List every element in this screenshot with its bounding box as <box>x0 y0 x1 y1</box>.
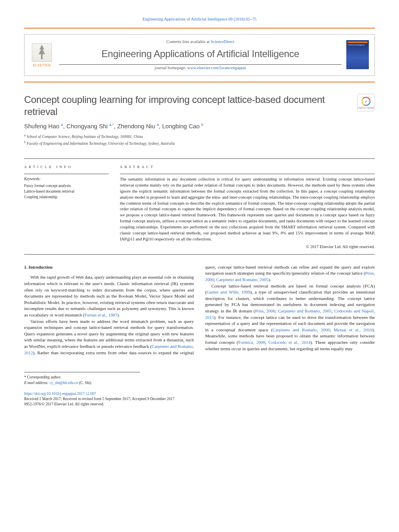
header-citation: Engineering Applications of Artificial I… <box>24 16 375 22</box>
contents-available-line: Contents lists available at ScienceDirec… <box>59 39 341 45</box>
author-3-affil-link[interactable]: a <box>157 123 159 127</box>
keywords-list: Fuzzy formal concept analysis Lattice-ba… <box>24 183 109 200</box>
affiliation-b: b Faculty of Engineering and Information… <box>24 140 375 146</box>
cite-messai-2010[interactable]: Messai et al., 2010 <box>334 327 372 332</box>
section-1-heading: 1. Introduction <box>24 264 194 271</box>
journal-name: Engineering Applications of Artificial I… <box>59 47 341 61</box>
footnotes: * Corresponding author. E-mail address: … <box>24 372 140 386</box>
email-label: E-mail address: <box>24 381 49 385</box>
affiliation-a: a School of Computer Science, Beijing In… <box>24 133 375 140</box>
svg-text:✓: ✓ <box>364 99 368 104</box>
author-4-affil-link[interactable]: b <box>202 123 204 127</box>
abstract-body-divider <box>24 254 375 255</box>
elsevier-logo: ELSEVIER <box>30 42 53 68</box>
received-dates: Received 2 March 2017; Received in revis… <box>24 396 375 402</box>
keywords-label: Keywords: <box>24 174 109 182</box>
author-3: Zhendong Niu a <box>117 123 158 129</box>
cover-text: Artificial Intelligence <box>348 44 368 46</box>
author-4: Longbing Cao b <box>162 123 204 129</box>
divider-bottom-orange <box>24 82 375 82</box>
keyword-3: Coupling relationship <box>24 194 109 200</box>
cite-carpineto-2005b[interactable]: Carpineto and Romano, 2005 <box>278 308 331 313</box>
contents-prefix: Contents lists available at <box>166 39 210 44</box>
homepage-prefix: journal homepage: <box>154 66 187 70</box>
cite-formica-2008[interactable]: Formica, 2008 <box>238 340 265 345</box>
issn-copyright: 0952-1976/© 2017 Elsevier Ltd. All right… <box>24 402 375 407</box>
cite-furnas-1987[interactable]: Furnas et al., 1987 <box>84 312 117 317</box>
contents-banner: ELSEVIER Contents lists available at Sci… <box>24 34 375 76</box>
author-2: Chongyang Shi a,* <box>66 123 114 129</box>
keyword-2: Lattice-based document retrieval <box>24 189 109 194</box>
body-para-3: Concept lattice-based retrieval methods … <box>205 283 375 352</box>
body-two-column: 1. Introduction With the rapid growth of… <box>24 264 375 356</box>
author-1-affil-link[interactable]: a <box>61 123 63 127</box>
corresponding-author-note: * Corresponding author. <box>24 375 140 380</box>
abstract-copyright: © 2017 Elsevier Ltd. All rights reserved… <box>120 244 375 250</box>
author-2-affil-link[interactable]: a,* <box>109 123 114 127</box>
cite-ganter-1999[interactable]: Ganter and Wille, 1999 <box>207 290 251 294</box>
article-info-heading: ARTICLE INFO <box>24 164 109 170</box>
divider-top-orange <box>24 28 375 29</box>
cite-codocedo-2014[interactable]: Codocedo et al., 2014 <box>269 340 311 345</box>
email-line: E-mail address: cy_shi@bit.edu.cn (C. Sh… <box>24 380 140 386</box>
journal-homepage-line: journal homepage: www.elsevier.com/locat… <box>59 65 341 71</box>
affiliations: a School of Computer Science, Beijing In… <box>24 133 375 146</box>
sciencedirect-link[interactable]: ScienceDirect <box>211 39 234 44</box>
author-1: Shufeng Hao a <box>24 123 63 129</box>
abstract-col: ABSTRACT The semantic information in any… <box>120 164 375 250</box>
elsevier-wordmark: ELSEVIER <box>33 63 51 68</box>
keyword-1: Fuzzy formal concept analysis <box>24 183 109 189</box>
abstract-text: The semantic information in any document… <box>120 174 375 242</box>
elsevier-tree-icon <box>32 43 52 62</box>
body-para-1: With the rapid growth of Web data, query… <box>24 274 194 318</box>
article-title: Concept coupling learning for improving … <box>24 94 349 118</box>
check-updates-label: Check for updates <box>358 107 374 109</box>
doi-link[interactable]: https://doi.org/10.1016/j.engappai.2017.… <box>24 392 96 396</box>
cite-carpineto-2000[interactable]: Carpineto and Romano, 2000 <box>273 327 330 332</box>
check-updates-icon: ✓ <box>361 97 371 106</box>
check-for-updates-button[interactable]: ✓ Check for updates <box>357 94 375 111</box>
cite-carpineto-2005[interactable]: Carpineto and Romano, 2005 <box>216 277 269 282</box>
authors-line: Shufeng Hao a, Chongyang Shi a,*, Zhendo… <box>24 122 375 131</box>
cite-priss-2000b[interactable]: Priss, 2000 <box>255 308 275 313</box>
journal-homepage-link[interactable]: www.elsevier.com/locate/engappai <box>187 66 246 70</box>
email-suffix: (C. Shi). <box>78 381 92 385</box>
journal-cover-thumbnail: Artificial Intelligence <box>346 40 369 69</box>
abstract-heading: ABSTRACT <box>120 164 375 170</box>
footer-block: https://doi.org/10.1016/j.engappai.2017.… <box>24 391 375 407</box>
article-info-col: ARTICLE INFO Keywords: Fuzzy formal conc… <box>24 164 109 250</box>
corresponding-email-link[interactable]: cy_shi@bit.edu.cn <box>49 381 78 385</box>
